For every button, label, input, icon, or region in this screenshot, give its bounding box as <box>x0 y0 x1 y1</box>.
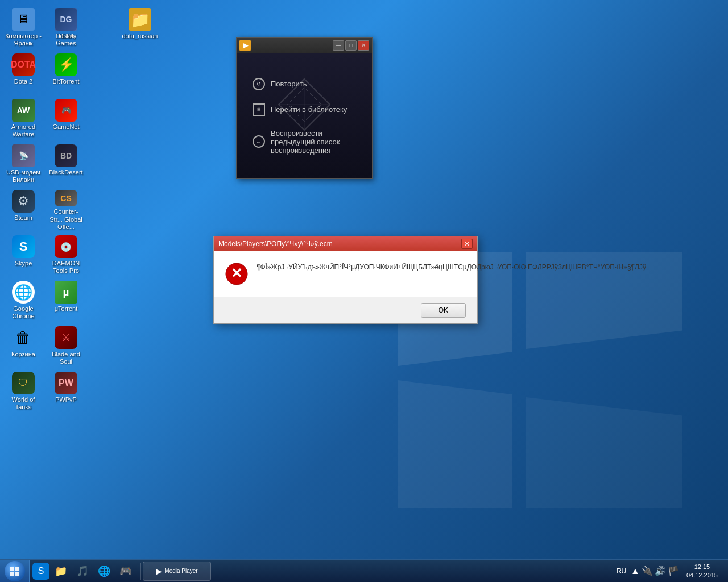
clock-time: 12:15 <box>694 563 710 571</box>
icon-skype[interactable]: S Skype <box>3 233 44 278</box>
svg-rect-6 <box>10 567 14 571</box>
dota2-icon: DOTA <box>12 53 35 76</box>
media-library-label: Перейти в библиотеку <box>271 105 347 114</box>
media-repeat-label: Повторить <box>271 80 307 88</box>
media-player-logo: ▶ <box>239 40 251 51</box>
taskbar-game-icon[interactable]: 🎮 <box>115 561 136 581</box>
error-dialog-title: Models\Players\РОПу\°Ч»ÿ\°Ч»ÿ.ecm <box>218 240 461 248</box>
media-player-titlebar: ▶ — □ ✕ <box>237 38 372 53</box>
icon-blackdesert[interactable]: BD BlackDesert <box>46 142 86 188</box>
media-player-window: ▶ — □ ✕ ↺ Повторить ⊞ Перей <box>236 37 373 179</box>
icon-chrome[interactable]: 🌐 Google Chrome <box>3 278 44 324</box>
language-indicator[interactable]: RU <box>614 567 629 575</box>
svg-text:✕: ✕ <box>231 265 242 281</box>
icon-destiny-games[interactable]: DG Destiny Games <box>46 6 86 49</box>
clock-date: 04.12.2015 <box>686 571 718 579</box>
icon-utorrent[interactable]: μ μTorrent <box>46 278 86 324</box>
start-orb <box>5 561 25 581</box>
taskbar-mediaplayer-icon: ▶ <box>156 567 162 576</box>
taskbar-quick-launch: S 📁 🎵 🌐 🎮 <box>30 560 139 582</box>
repeat-icon: ↺ <box>253 78 265 90</box>
icon-daemon-tools[interactable]: 💿 DAEMON Tools Pro <box>46 233 86 278</box>
usb-modem-icon: 📡 <box>12 144 35 167</box>
icon-computer[interactable]: 🖥 Компьютер - Ярлык <box>3 6 44 51</box>
taskbar-chrome-icon[interactable]: 🌐 <box>94 561 114 581</box>
library-icon: ⊞ <box>253 103 265 116</box>
tray-expand-icon[interactable]: ▲ <box>631 566 640 576</box>
svg-rect-9 <box>15 572 19 576</box>
media-library-item[interactable]: ⊞ Перейти в библиотеку <box>248 101 361 118</box>
taskbar-divider <box>140 563 141 580</box>
error-dialog-titlebar: Models\Players\РОПу\°Ч»ÿ\°Ч»ÿ.ecm ✕ <box>214 236 477 251</box>
icon-blackdesert-label: BlackDesert <box>49 169 82 176</box>
icon-dota-russian-label: dota_russian <box>122 32 158 40</box>
media-close-button[interactable]: ✕ <box>358 40 369 51</box>
tray-icons-area: RU ▲ 🔌 🔊 🏴 <box>614 566 679 576</box>
media-maximize-button[interactable]: □ <box>345 40 357 51</box>
icon-armored-warfare[interactable]: AW Armored Warfare <box>3 97 44 142</box>
icon-computer-label: Компьютер - Ярлык <box>5 32 42 47</box>
system-tray: RU ▲ 🔌 🔊 🏴 12:15 04.12.2015 <box>614 563 728 579</box>
media-prev-playlist-item[interactable]: ← Воспроизвести предыдущий список воспро… <box>248 127 361 157</box>
icon-gamenet-label: GameNet <box>52 123 79 131</box>
taskbar-mediaplayer-task[interactable]: ▶ Media Player <box>143 562 211 581</box>
daemon-tools-icon: 💿 <box>55 235 77 258</box>
media-window-controls: — □ ✕ <box>333 40 369 51</box>
icon-dota-russian[interactable]: 📁 dota_russian <box>119 6 160 42</box>
media-prev-playlist-label: Воспроизвести предыдущий список воспроиз… <box>271 129 356 155</box>
icon-counter-strike[interactable]: CS Counter-Str... Global Offe... <box>46 188 86 233</box>
icon-usb-modem[interactable]: 📡 USB-модем Билайн <box>3 142 44 188</box>
tray-action-center-icon[interactable]: 🏴 <box>668 566 679 576</box>
icon-usb-label: USB-модем Билайн <box>5 169 42 184</box>
icon-destiny-games-label: Destiny Games <box>48 32 84 47</box>
tray-volume-icon[interactable]: 🔊 <box>655 566 666 576</box>
pwpvp-icon: PW <box>55 372 77 394</box>
tray-network-icon[interactable]: 🔌 <box>642 566 653 576</box>
recycle-bin-icon: 🗑 <box>12 326 35 349</box>
error-dialog-body: ✕ ¶ФÎ»ЖрЈ¬УЙУЪдъ»ЖчЙП°ÎЧ°µДУОП·ЧКФиИ±ЙЩЦ… <box>214 251 477 297</box>
media-minimize-button[interactable]: — <box>333 40 344 51</box>
icon-gamenet[interactable]: 🎮 GameNet <box>46 97 86 142</box>
chrome-icon: 🌐 <box>12 281 35 304</box>
icon-steam[interactable]: ⚙ Steam <box>3 188 44 233</box>
error-close-button[interactable]: ✕ <box>461 239 473 249</box>
icon-skype-label: Skype <box>15 260 32 267</box>
icon-recycle-bin-label: Корзина <box>11 351 35 358</box>
clock-area[interactable]: 12:15 04.12.2015 <box>682 563 722 579</box>
icon-world-of-tanks-label: World of Tanks <box>5 396 42 411</box>
icon-bittorrent[interactable]: ⚡ BitTorrent <box>46 51 86 97</box>
icon-pwpvp-label: PWPvP <box>55 396 77 404</box>
icon-steam-label: Steam <box>14 214 32 222</box>
icon-bittorrent-label: BitTorrent <box>52 78 79 85</box>
start-button[interactable] <box>0 560 30 583</box>
counterstrike-icon: CS <box>55 190 77 206</box>
blade-soul-icon: ⚔ <box>55 326 77 349</box>
taskbar-mediaplayer-label: Media Player <box>164 568 197 574</box>
destiny-games-icon: DG <box>55 8 77 31</box>
icon-pwpvp[interactable]: PW PWPvP <box>46 369 86 415</box>
error-icon: ✕ <box>225 263 248 285</box>
media-repeat-item[interactable]: ↺ Повторить <box>248 76 361 93</box>
windows-flag-icon <box>9 566 20 577</box>
icon-utorrent-label: μTorrent <box>55 305 78 313</box>
armored-warfare-icon: AW <box>12 99 35 122</box>
prev-playlist-icon: ← <box>253 135 265 148</box>
icon-dota2-label: Dota 2 <box>14 78 32 85</box>
taskbar-media-icon[interactable]: 🎵 <box>72 561 93 581</box>
error-dialog: Models\Players\РОПу\°Ч»ÿ\°Ч»ÿ.ecm ✕ ✕ ¶Ф… <box>213 236 478 324</box>
dota-russian-folder-icon: 📁 <box>129 8 151 31</box>
icon-recycle-bin[interactable]: 🗑 Корзина <box>3 324 44 369</box>
bittorrent-icon: ⚡ <box>55 53 77 76</box>
icon-dota2[interactable]: DOTA Dota 2 <box>3 51 44 97</box>
icon-world-of-tanks[interactable]: 🛡 World of Tanks <box>3 369 44 415</box>
icon-counter-strike-label: Counter-Str... Global Offe... <box>48 208 84 231</box>
desktop-icons: 🖥 Компьютер - Ярлык T TERA DOTA Dota 2 ⚡… <box>3 6 88 415</box>
steam-icon: ⚙ <box>12 190 35 213</box>
icon-daemon-tools-label: DAEMON Tools Pro <box>48 260 84 275</box>
taskbar-explorer-icon[interactable]: 📁 <box>51 561 71 581</box>
icon-blade-soul[interactable]: ⚔ Blade and Soul <box>46 324 86 369</box>
error-ok-button[interactable]: OK <box>421 303 466 318</box>
icon-chrome-label: Google Chrome <box>5 305 42 320</box>
utorrent-icon: μ <box>55 281 77 304</box>
taskbar-skype-icon[interactable]: S <box>32 563 49 580</box>
